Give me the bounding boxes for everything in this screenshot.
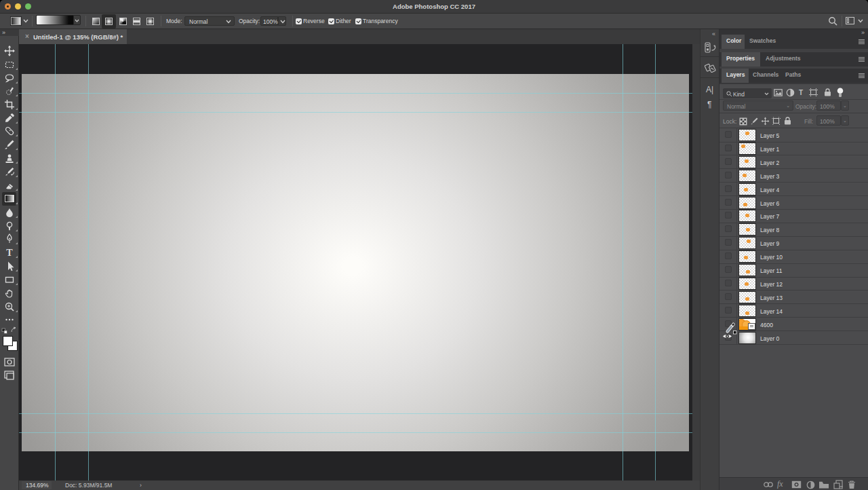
svg-text:T: T — [6, 248, 13, 258]
